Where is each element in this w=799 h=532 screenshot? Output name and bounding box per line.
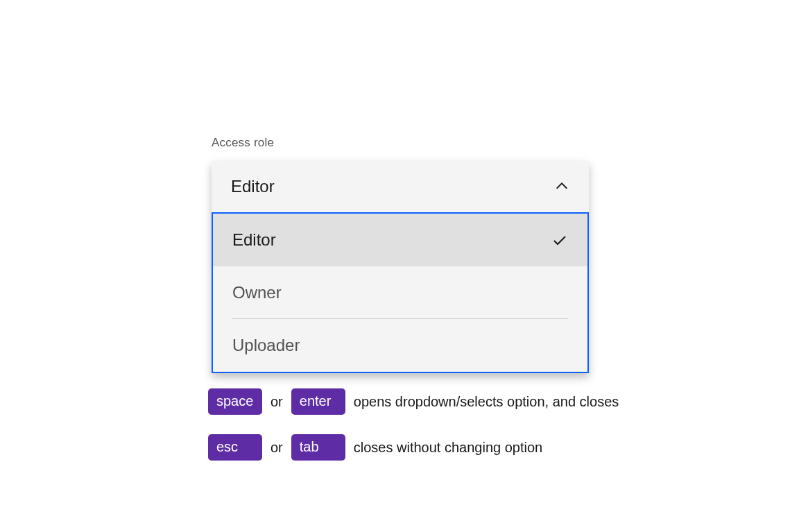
dropdown-option-label: Editor xyxy=(232,230,276,250)
dropdown-option-owner[interactable]: Owner xyxy=(213,266,587,319)
dropdown-option-uploader[interactable]: Uploader xyxy=(213,319,587,372)
hint-or: or xyxy=(270,394,283,410)
dropdown-option-label: Uploader xyxy=(232,336,300,355)
key-tab: tab xyxy=(291,434,345,461)
dropdown-label: Access role xyxy=(212,136,274,150)
hint-text: closes without changing option xyxy=(354,440,542,456)
hint-text: opens dropdown/selects option, and close… xyxy=(354,394,619,410)
dropdown-option-label: Owner xyxy=(232,283,282,302)
chevron-up-icon xyxy=(554,179,569,194)
access-role-dropdown: Editor Editor Owner Uploader xyxy=(212,161,589,373)
key-esc: esc xyxy=(208,434,262,461)
hint-row-close: esc or tab closes without changing optio… xyxy=(208,434,619,461)
dropdown-selected-value: Editor xyxy=(231,177,275,196)
dropdown-option-editor[interactable]: Editor xyxy=(213,214,587,266)
key-enter: enter xyxy=(291,388,345,415)
hint-row-open: space or enter opens dropdown/selects op… xyxy=(208,388,619,415)
dropdown-listbox: Editor Owner Uploader xyxy=(212,214,589,373)
key-space: space xyxy=(208,388,262,415)
hint-or: or xyxy=(270,440,283,456)
keyboard-hints: space or enter opens dropdown/selects op… xyxy=(208,388,619,480)
dropdown-toggle[interactable]: Editor xyxy=(212,161,589,214)
checkmark-icon xyxy=(551,232,568,248)
